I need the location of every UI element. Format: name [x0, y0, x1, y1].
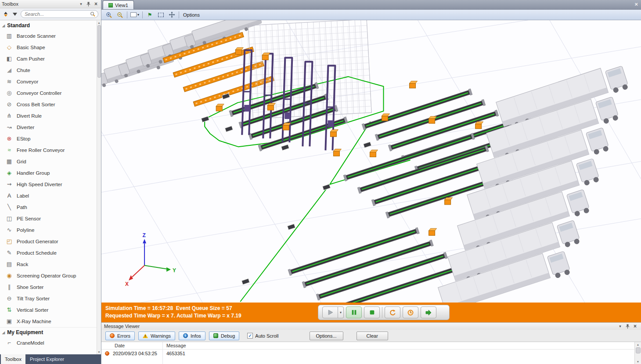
scrollbar-thumb[interactable]: [97, 25, 101, 78]
toolbox-item-high-speed-diverter[interactable]: ⇝High Speed Diverter: [0, 179, 97, 190]
expand-collapse-icon[interactable]: [3, 10, 9, 18]
column-divider: [162, 342, 163, 364]
select-region-button[interactable]: [157, 11, 165, 19]
toolbox-item-estop[interactable]: ⊗EStop: [0, 133, 97, 144]
axis-z-label: Z: [142, 232, 145, 238]
toolbox-item-pe-sensor[interactable]: ◫PE Sensor: [0, 213, 97, 224]
toolbox-item-chute[interactable]: ◢Chute: [0, 65, 97, 76]
filter-icon[interactable]: [12, 10, 18, 18]
errors-filter-button[interactable]: Errors: [105, 332, 135, 340]
restart-button[interactable]: [385, 306, 400, 318]
toolbox-item-label: Grid: [17, 159, 26, 164]
toolbox-scrollbar[interactable]: ▲ ▼: [97, 20, 101, 354]
play-options-button[interactable]: ▾: [338, 306, 344, 318]
panel-tab-toolbox[interactable]: Toolbox: [1, 354, 25, 364]
toolbox-item-path[interactable]: ╲Path: [0, 202, 97, 213]
realtime-button[interactable]: [403, 306, 418, 318]
stop-button[interactable]: [364, 306, 380, 318]
toolbox-category-my-equipment[interactable]: ◢My Equipment: [0, 327, 97, 337]
toolbox-item-conveyor-controller[interactable]: ◎Conveyor Controller: [0, 87, 97, 99]
zoom-out-button[interactable]: [116, 11, 124, 19]
step-forward-button[interactable]: [421, 306, 436, 318]
close-icon[interactable]: ×: [93, 1, 99, 7]
message-viewer-panel: Message Viewer ▾ × Errors Warnings Infos…: [101, 322, 641, 364]
toolbox-item-divert-rule[interactable]: ⋔Divert Rule: [0, 110, 97, 122]
toolbox-item-diverter[interactable]: ↝Diverter: [0, 122, 97, 133]
toolbox-item-label: Free Roller Conveyor: [17, 148, 65, 153]
infos-icon: [183, 333, 188, 338]
infos-filter-button[interactable]: Infos: [179, 332, 205, 340]
toolbox-item-polyline[interactable]: ∿Polyline: [0, 224, 97, 236]
scroll-down-icon[interactable]: ▼: [635, 359, 641, 364]
close-icon[interactable]: ×: [634, 1, 638, 7]
pin-icon[interactable]: [624, 323, 631, 330]
options-menu[interactable]: Options: [183, 12, 200, 18]
toolbox-title: Toolbox: [2, 1, 77, 7]
column-header-message[interactable]: Message: [162, 343, 186, 348]
close-icon[interactable]: ×: [632, 323, 638, 330]
scroll-up-icon[interactable]: ▲: [635, 342, 641, 347]
pause-button[interactable]: [346, 306, 362, 318]
toolbox-item-conveyor[interactable]: ≋Conveyor: [0, 76, 97, 87]
auto-scroll-checkbox[interactable]: [247, 333, 253, 339]
search-input[interactable]: [24, 11, 88, 17]
toolbox-item-barcode-scanner[interactable]: ▥Barcode Scanner: [0, 30, 97, 42]
chute-icon: ◢: [6, 67, 13, 74]
chevron-down-icon[interactable]: ▾: [617, 323, 623, 330]
scrollbar-thumb[interactable]: [636, 347, 641, 353]
toolbox-item-label: Label: [17, 193, 29, 198]
toolbox-item-cranemodel[interactable]: ⌐CraneModel: [0, 337, 97, 349]
marker-button[interactable]: ⚑: [146, 11, 154, 19]
debug-filter-button[interactable]: Debug: [209, 332, 239, 340]
toolbox-item-handler-group[interactable]: ◈Handler Group: [0, 167, 97, 179]
scroll-up-icon[interactable]: ▲: [97, 20, 101, 25]
toolbox-search[interactable]: [21, 10, 98, 18]
screening-operator-group-icon: ◉: [6, 272, 13, 279]
toolbox-item-shoe-sorter[interactable]: ∥Shoe Sorter: [0, 281, 97, 293]
chevron-down-icon[interactable]: ▾: [78, 1, 84, 7]
warnings-filter-button[interactable]: Warnings: [138, 332, 175, 340]
tab-view1[interactable]: View1: [103, 0, 134, 9]
panel-tabs: ToolboxProject Explorer: [0, 354, 101, 364]
toolbox-item-rack[interactable]: ▤Rack: [0, 259, 97, 270]
message-row[interactable]: 2020/09/23 04:53:254653351: [101, 350, 641, 357]
view-toolbar: ▾ ⚑ Options: [101, 10, 641, 20]
toolbox-item-cam-pusher[interactable]: ◧Cam Pusher: [0, 53, 97, 65]
toolbox-item-label: Polyline: [17, 227, 34, 233]
toolbox-item-grid[interactable]: ▦Grid: [0, 156, 97, 167]
options-button[interactable]: Options...: [310, 332, 343, 340]
zoom-in-button[interactable]: [105, 11, 113, 19]
toolbox-item-cross-belt-sorter[interactable]: ⊘Cross Belt Sorter: [0, 99, 97, 110]
toolbox-category-standard[interactable]: ◢Standard: [0, 20, 97, 30]
toolbox-item-screening-operator-group[interactable]: ◉Screening Operator Group: [0, 270, 97, 281]
toolbox-item-label: Product Generator: [17, 239, 58, 244]
category-label: Standard: [7, 22, 30, 29]
toolbox-item-label: PE Sensor: [17, 216, 41, 221]
toolbar-separator: [142, 11, 143, 18]
viewport-3d[interactable]: ZXY: [101, 20, 641, 303]
reset-icon: [389, 309, 396, 316]
path-icon: ╲: [6, 204, 13, 211]
clear-button[interactable]: Clear: [357, 332, 388, 340]
display-mode-dropdown[interactable]: ▾: [130, 11, 139, 19]
main-area: View1 × ▾ ⚑ Options ZXY Simulation Time …: [101, 0, 641, 364]
toolbox-item-label: Diverter: [17, 125, 34, 130]
toolbox-item-product-schedule[interactable]: ✎Product Schedule: [0, 247, 97, 259]
column-header-date[interactable]: Date: [101, 343, 162, 348]
toolbox-item-label[interactable]: ALabel: [0, 190, 97, 202]
scroll-down-icon[interactable]: ▼: [97, 350, 101, 354]
stop-icon: [369, 309, 375, 316]
pin-icon[interactable]: [85, 1, 92, 7]
x-ray-machine-icon: ▣: [6, 318, 13, 325]
toolbox-item-tilt-tray-sorter[interactable]: ⊖Tilt Tray Sorter: [0, 293, 97, 304]
pan-button[interactable]: [168, 11, 176, 19]
toolbox-item-basic-shape[interactable]: ◇Basic Shape: [0, 42, 97, 53]
toolbox-item-vertical-sorter[interactable]: ⇅Vertical Sorter: [0, 304, 97, 316]
search-icon: [90, 11, 95, 17]
play-button[interactable]: [322, 306, 338, 318]
toolbox-item-free-roller-conveyor[interactable]: ≈Free Roller Conveyor: [0, 144, 97, 156]
toolbox-item-product-generator[interactable]: ◰Product Generator: [0, 236, 97, 247]
toolbox-item-x-ray-machine[interactable]: ▣X-Ray Machine: [0, 316, 97, 327]
message-scrollbar[interactable]: ▲ ▼: [634, 342, 641, 364]
panel-tab-project-explorer[interactable]: Project Explorer: [26, 354, 68, 364]
